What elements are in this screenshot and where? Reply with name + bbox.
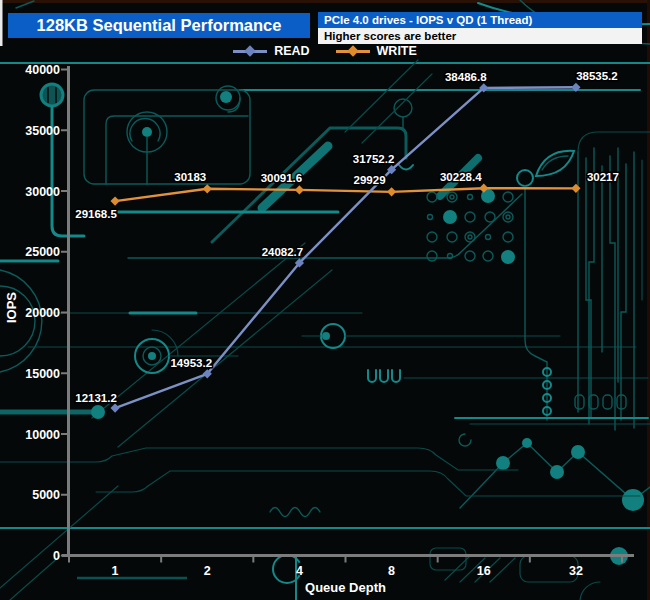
y-axis-tick-label: 40000 xyxy=(25,63,60,77)
x-axis-tick-label: 4 xyxy=(296,564,303,578)
write-data-point-marker xyxy=(203,184,212,193)
y-axis-tick-label: 25000 xyxy=(25,245,60,259)
write-series-line xyxy=(115,188,576,201)
y-axis-tick-label: 20000 xyxy=(25,306,60,320)
y-axis-tick-label: 5000 xyxy=(32,488,60,502)
write-data-point-marker xyxy=(295,185,304,194)
read-data-point-marker xyxy=(571,83,580,92)
x-axis-tick-label: 2 xyxy=(204,564,211,578)
read-data-point-marker xyxy=(110,404,119,413)
y-axis-tick-label: 0 xyxy=(53,549,60,563)
y-axis-tick-label: 35000 xyxy=(25,124,60,138)
write-data-label: 30217 xyxy=(587,171,619,183)
write-data-label: 30228.4 xyxy=(440,171,482,183)
write-data-point-marker xyxy=(571,184,580,193)
write-data-label: 29929 xyxy=(354,174,386,186)
x-axis-tick-label: 16 xyxy=(477,564,491,578)
write-data-point-marker xyxy=(479,184,488,193)
read-data-label: 24082.7 xyxy=(262,246,304,258)
x-axis-tick-label: 32 xyxy=(569,564,583,578)
x-axis-tick-label: 1 xyxy=(112,564,119,578)
read-data-label: 12131.2 xyxy=(75,392,117,404)
write-data-point-marker xyxy=(387,187,396,196)
chart-page: 128KB Sequential Performance PCIe 4.0 dr… xyxy=(0,0,650,600)
write-data-label: 30183 xyxy=(174,171,206,183)
read-data-label: 38486.8 xyxy=(445,71,487,83)
iops-line-chart: 0500010000150002000025000300003500040000… xyxy=(0,0,650,600)
y-axis-tick-label: 30000 xyxy=(25,185,60,199)
read-data-label: 38535.2 xyxy=(576,70,618,82)
read-data-label: 14953.2 xyxy=(170,357,212,369)
y-axis-tick-label: 10000 xyxy=(25,428,60,442)
x-axis-tick-label: 8 xyxy=(388,564,395,578)
write-data-label: 29168.5 xyxy=(75,208,117,220)
read-data-label: 31752.2 xyxy=(353,153,395,165)
write-data-label: 30091.6 xyxy=(261,172,303,184)
y-axis-tick-label: 15000 xyxy=(25,367,60,381)
write-data-point-marker xyxy=(110,197,119,206)
y-axis-title: IOPS xyxy=(4,292,19,323)
x-axis-title: Queue Depth xyxy=(69,580,622,595)
